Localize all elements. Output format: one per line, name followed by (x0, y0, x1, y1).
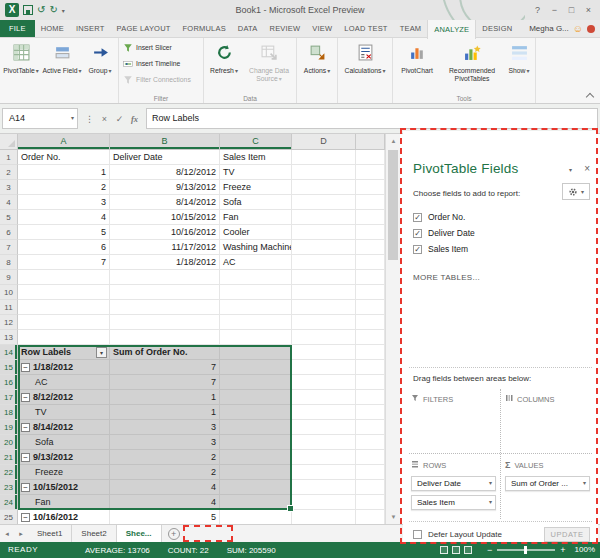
row-header-16[interactable]: 16 (0, 375, 18, 390)
cell[interactable]: 8/14/2012 (110, 195, 220, 210)
cell[interactable]: TV (220, 165, 292, 180)
cell[interactable] (292, 435, 356, 450)
row-header-20[interactable]: 20 (0, 435, 18, 450)
cell[interactable] (220, 510, 292, 524)
cell[interactable]: Sofa (220, 195, 292, 210)
row-header-5[interactable]: 5 (0, 210, 18, 225)
cell[interactable] (292, 420, 356, 435)
save-icon[interactable] (23, 5, 33, 15)
ribbon-tab-data[interactable]: DATA (232, 20, 264, 37)
ribbon-button-change-data-source[interactable]: Change Data Source▾ (243, 40, 295, 83)
row-header-4[interactable]: 4 (0, 195, 18, 210)
cell[interactable] (292, 495, 356, 510)
normal-view-icon[interactable] (440, 546, 448, 554)
cell[interactable]: 9/13/2012 (110, 180, 220, 195)
cell[interactable]: AC (18, 375, 110, 390)
cell[interactable] (356, 180, 385, 195)
cell[interactable] (18, 285, 110, 300)
columns-area[interactable]: COLUMNS (503, 389, 592, 451)
cell[interactable] (220, 465, 292, 480)
ribbon-tab-design[interactable]: DESIGN (476, 20, 518, 37)
cell[interactable] (356, 495, 385, 510)
pane-options-icon[interactable]: ▾ (569, 166, 572, 173)
column-header-a[interactable]: A (18, 134, 110, 150)
row-header-12[interactable]: 12 (0, 315, 18, 330)
more-tables-link[interactable]: MORE TABLES... (413, 273, 480, 282)
cell[interactable]: Sum of Order No. (110, 345, 220, 360)
cell[interactable] (18, 270, 110, 285)
ribbon-tab-page-layout[interactable]: PAGE LAYOUT (111, 20, 177, 37)
field-row-sales-item[interactable]: ✓Sales Item (413, 241, 588, 257)
cell[interactable]: Cooler (220, 225, 292, 240)
row-header-1[interactable]: 1 (0, 150, 18, 165)
cell[interactable]: 10/15/2012 (110, 210, 220, 225)
cell[interactable] (356, 480, 385, 495)
cell[interactable] (220, 435, 292, 450)
cell[interactable]: 11/17/2012 (110, 240, 220, 255)
name-box-dropdown-icon[interactable]: ▾ (71, 109, 74, 128)
ribbon-button-show[interactable]: Show▾ (504, 40, 534, 75)
pane-close-icon[interactable]: × (584, 163, 590, 174)
ribbon-button-insert-timeline[interactable]: Insert Timeline (120, 56, 202, 72)
field-row-deliver-date[interactable]: ✓Deliver Date (413, 225, 588, 241)
cell[interactable]: AC (220, 255, 292, 270)
sheet-nav-prev-icon[interactable]: ◂ (0, 525, 14, 542)
help-button[interactable]: ? (529, 0, 546, 20)
cell[interactable] (220, 345, 292, 360)
row-header-18[interactable]: 18 (0, 405, 18, 420)
cell[interactable]: Order No. (18, 150, 110, 165)
area-field-deliver-date[interactable]: Deliver Date▾ (411, 476, 496, 491)
cell[interactable] (292, 300, 356, 315)
cell[interactable] (356, 420, 385, 435)
zoom-slider[interactable] (497, 549, 555, 551)
zoom-level[interactable]: 100% (575, 542, 595, 558)
collapse-minus-icon[interactable]: − (21, 393, 30, 402)
vertical-scrollbar[interactable]: ▲ ▼ (385, 134, 400, 524)
cell[interactable] (292, 270, 356, 285)
cell[interactable] (220, 285, 292, 300)
cell[interactable]: 1 (18, 165, 110, 180)
cell[interactable]: −10/15/2012 (18, 480, 110, 495)
cell[interactable]: 1 (110, 390, 220, 405)
cell[interactable]: 3 (18, 195, 110, 210)
cell[interactable] (110, 315, 220, 330)
cell[interactable] (356, 450, 385, 465)
column-header-b[interactable]: B (110, 134, 220, 150)
undo-icon[interactable]: ↺ (37, 3, 45, 17)
column-header-c[interactable]: C (220, 134, 292, 150)
row-header-6[interactable]: 6 (0, 225, 18, 240)
ribbon-button-insert-slicer[interactable]: Insert Slicer (120, 40, 202, 56)
cell[interactable] (220, 405, 292, 420)
cell[interactable]: Fan (18, 495, 110, 510)
customize-qat-icon[interactable]: ▾ (62, 7, 65, 14)
cell[interactable]: −10/16/2012 (18, 510, 110, 524)
cell[interactable] (292, 330, 356, 345)
cell[interactable]: 5 (18, 225, 110, 240)
field-checkbox[interactable]: ✓ (413, 245, 422, 254)
cell[interactable] (356, 210, 385, 225)
cell[interactable] (292, 315, 356, 330)
ribbon-tab-review[interactable]: REVIEW (264, 20, 307, 37)
cell[interactable] (356, 225, 385, 240)
cell[interactable] (356, 165, 385, 180)
cell[interactable]: Deliver Date (110, 150, 220, 165)
cell[interactable]: −8/14/2012 (18, 420, 110, 435)
update-button[interactable]: UPDATE (544, 527, 590, 542)
sheet-tab-shee[interactable]: Shee... (117, 525, 162, 542)
filter-dropdown-icon[interactable]: ▾ (96, 347, 107, 358)
cell[interactable] (220, 495, 292, 510)
cell[interactable]: 8/12/2012 (110, 165, 220, 180)
cell[interactable]: 4 (110, 495, 220, 510)
cell[interactable] (356, 330, 385, 345)
field-checkbox[interactable]: ✓ (413, 213, 422, 222)
tools-gear-button[interactable]: ▾ (562, 183, 590, 200)
cell[interactable] (220, 315, 292, 330)
name-box[interactable]: A14 ▾ (2, 108, 78, 129)
cell[interactable] (356, 375, 385, 390)
smiley-feedback-icon[interactable]: ☺ (573, 23, 583, 34)
ribbon-tab-team[interactable]: TEAM (394, 20, 428, 37)
ribbon-tab-file[interactable]: FILE (0, 20, 35, 37)
cell[interactable] (292, 255, 356, 270)
insert-function-icon[interactable]: fx (127, 114, 142, 124)
row-header-11[interactable]: 11 (0, 300, 18, 315)
